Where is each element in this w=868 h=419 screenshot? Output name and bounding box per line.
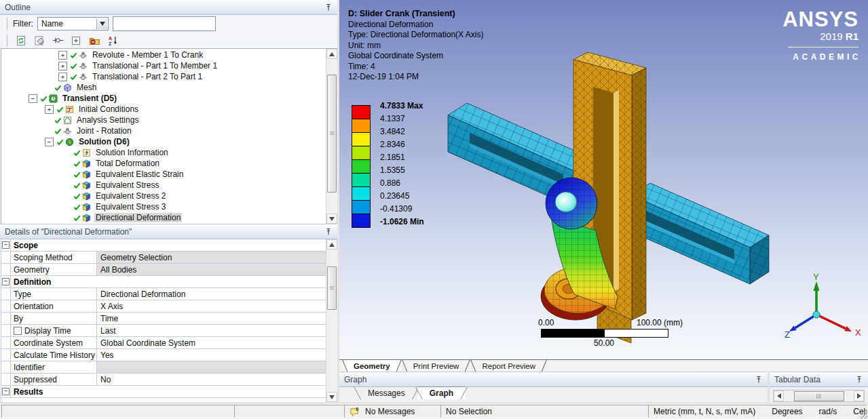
expand-toggle[interactable]: +	[58, 51, 67, 60]
chevron-down-icon[interactable]	[96, 18, 107, 29]
tree-scrollbar[interactable]	[326, 49, 337, 224]
tab-print-preview[interactable]: Print Preview	[402, 360, 470, 372]
tree-item-label[interactable]: Total Deformation	[94, 159, 161, 168]
tree-item-label[interactable]: Joint - Rotation	[75, 126, 133, 136]
annotation-line: Time: 4	[348, 62, 483, 73]
expand-toggle[interactable]: −	[29, 94, 37, 103]
tree-item-label[interactable]: Equivalent Stress	[94, 180, 160, 190]
tree-item[interactable]: Equivalent Stress	[1, 180, 326, 191]
scrollbar-thumb[interactable]	[327, 75, 337, 193]
annotation-line: Global Coordinate System	[348, 51, 483, 62]
tree-item-label[interactable]: Transient (D5)	[61, 94, 118, 103]
row-gutter	[1, 374, 11, 385]
tree-item[interactable]: Equivalent Stress 2	[1, 191, 326, 201]
tree-item[interactable]: −Solution (D6)	[1, 136, 326, 147]
tree-item-label[interactable]: Equivalent Stress 2	[94, 191, 167, 201]
scrollbar-thumb[interactable]	[794, 391, 844, 401]
property-value[interactable]: Yes	[97, 349, 326, 361]
row-gutter[interactable]: −	[1, 239, 11, 251]
tab-geometry[interactable]: Geometry	[343, 360, 401, 372]
tree-item[interactable]: +Translational - Part 1 To Member 1	[1, 60, 326, 71]
row-gutter	[1, 349, 11, 361]
property-value[interactable]: Global Coordinate System	[97, 337, 326, 348]
property-value[interactable]: Directional Deformation	[97, 288, 326, 300]
property-value[interactable]: Geometry Selection	[97, 252, 326, 263]
tree-item-label[interactable]: Equivalent Elastic Strain	[94, 169, 185, 179]
tree-item[interactable]: Mesh	[1, 82, 326, 93]
folder-hide-icon[interactable]	[88, 35, 100, 47]
scroll-down-icon[interactable]	[326, 392, 337, 402]
tree-item-label[interactable]: Directional Deformation	[94, 213, 182, 222]
tree-item[interactable]: Solution Information	[1, 147, 326, 158]
tree-item-label[interactable]: Translational - Part 2 To Part 1	[91, 72, 204, 81]
row-gutter[interactable]: −	[1, 276, 11, 287]
triad-x-label[interactable]: X	[855, 327, 861, 338]
details-scrollbar[interactable]	[326, 239, 337, 402]
tab-messages[interactable]: Messages	[356, 386, 417, 399]
pin-icon[interactable]	[855, 376, 863, 384]
pin-icon[interactable]	[755, 376, 763, 384]
joint-pin-icon[interactable]	[52, 35, 64, 47]
expand-toggle[interactable]: −	[45, 138, 54, 146]
expand-toggle[interactable]: +	[45, 105, 54, 114]
triad-y-label[interactable]: Y	[813, 273, 819, 282]
collapse-icon[interactable]: −	[2, 241, 10, 249]
scrollbar-thumb[interactable]	[327, 266, 337, 310]
tree-item-label[interactable]: Translational - Part 1 To Member 1	[91, 61, 219, 71]
refresh-icon[interactable]	[15, 35, 27, 47]
tree-item[interactable]: +Translational - Part 2 To Part 1	[1, 71, 326, 82]
filter-type-select[interactable]: Name	[37, 17, 109, 31]
property-value[interactable]: Time	[97, 313, 326, 324]
tab-graph[interactable]: Graph	[417, 386, 466, 399]
tree-item[interactable]: +Revolute - Member 1 To Crank	[1, 49, 326, 60]
property-value[interactable]	[97, 361, 326, 373]
sort-az-icon[interactable]: AZ	[107, 35, 119, 47]
tree-item[interactable]: −Transient (D5)	[1, 93, 326, 104]
units-system: Metric (mm, t, N, s, mV, mA)	[654, 407, 755, 416]
property-value[interactable]: X Axis	[97, 300, 326, 312]
collapse-icon[interactable]: −	[2, 278, 10, 285]
scroll-right-icon[interactable]	[854, 391, 864, 401]
property-value[interactable]: No	[97, 374, 326, 385]
tree-item[interactable]: Equivalent Stress 3	[1, 201, 326, 212]
geometry-viewport[interactable]: D: Slider Crank (Transient) Directional …	[339, 0, 868, 359]
tree-item[interactable]: Equivalent Elastic Strain	[1, 169, 326, 180]
property-value[interactable]: All Bodies	[97, 264, 326, 275]
expand-all-icon[interactable]	[70, 35, 82, 47]
row-gutter	[1, 337, 11, 348]
tree-item-label[interactable]: Equivalent Stress 3	[94, 202, 167, 212]
tree-item[interactable]: +Initial Conditions	[1, 104, 326, 115]
tab-report-preview[interactable]: Report Preview	[471, 360, 546, 372]
scroll-left-icon[interactable]	[774, 391, 784, 401]
tree-item[interactable]: Joint - Rotation	[1, 125, 326, 136]
scroll-down-icon[interactable]	[326, 214, 337, 224]
checkbox[interactable]	[14, 327, 22, 335]
tree-item-label[interactable]: Analysis Settings	[75, 115, 140, 125]
triad-z-label[interactable]: Z	[785, 330, 790, 340]
tree-item[interactable]: Directional Deformation	[1, 212, 326, 223]
row-gutter[interactable]: −	[1, 386, 11, 397]
status-messages[interactable]: 0 No Messages	[344, 405, 449, 418]
tree-item-label[interactable]: Revolute - Member 1 To Crank	[91, 50, 204, 60]
tree-item-label[interactable]: Solution Information	[94, 148, 170, 157]
legend-color-band	[352, 186, 371, 201]
eraser-icon[interactable]	[33, 35, 45, 47]
tree-item[interactable]: Analysis Settings	[1, 115, 326, 125]
scroll-up-icon[interactable]	[326, 49, 337, 59]
expand-toggle[interactable]: +	[58, 73, 67, 81]
pin-icon[interactable]	[324, 228, 333, 236]
tabular-scrollbar[interactable]	[773, 390, 865, 402]
scroll-up-icon[interactable]	[326, 239, 337, 250]
property-value[interactable]: Last	[97, 325, 326, 336]
triad[interactable]: Y X Z	[784, 273, 865, 348]
outline-header: Outline	[0, 0, 337, 15]
tree-item-label[interactable]: Initial Conditions	[77, 104, 140, 114]
pin-icon[interactable]	[324, 3, 333, 12]
tree-item[interactable]: Total Deformation	[1, 158, 326, 169]
tree-item-label[interactable]: Mesh	[75, 83, 98, 92]
tree-item-label[interactable]: Solution (D6)	[77, 137, 131, 146]
check-icon	[73, 149, 81, 157]
filter-search-input[interactable]	[113, 16, 216, 31]
collapse-icon[interactable]: −	[2, 388, 10, 395]
expand-toggle[interactable]: +	[58, 62, 67, 71]
